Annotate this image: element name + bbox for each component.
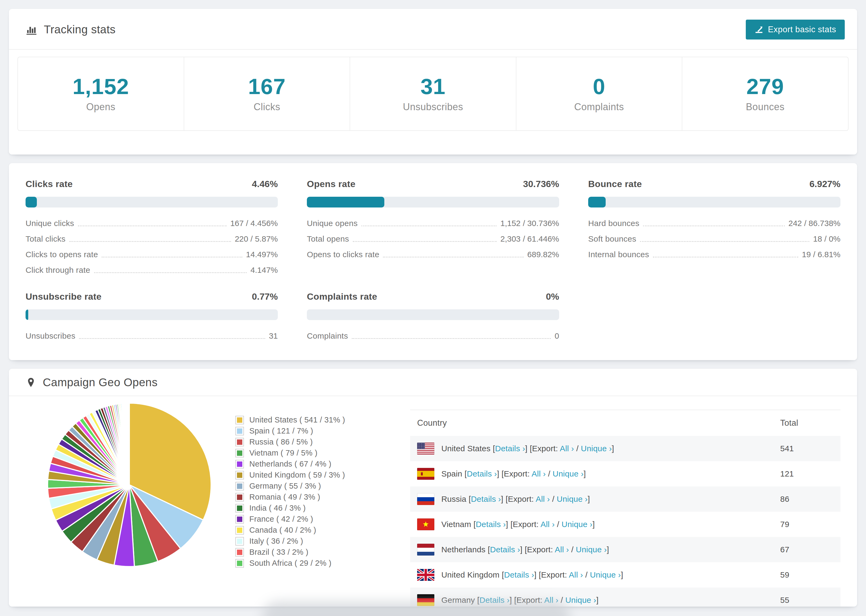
geo-table-row-gb: United Kingdom [Details ›] [Export: All … [410,562,841,588]
dotted-leader [78,225,227,226]
legend-label: India ( 46 / 3% ) [249,504,306,512]
stat-box-complaints: 0 Complaints [516,57,682,130]
details-link[interactable]: Details › [476,520,506,529]
export-unique-link[interactable]: Unique › [557,495,587,503]
rate-detail-row: Unique opens 1,152 / 30.736% [307,219,559,229]
stat-box-opens: 1,152 Opens [18,57,184,130]
export-unique-link[interactable]: Unique › [562,520,592,529]
legend-swatch [235,493,244,501]
export-basic-stats-button[interactable]: Export basic stats [746,20,845,39]
dotted-leader [643,225,784,226]
legend-label: Canada ( 40 / 2% ) [249,526,316,534]
export-all-link[interactable]: All › [560,444,574,453]
blurred-overlay-blob [262,602,570,616]
country-links: Spain [Details ›] [Export: All › / Uniqu… [441,469,586,478]
clicks-rate-block: Clicks rate 4.46% Unique clicks 167 / 4.… [25,179,278,281]
geo-table-row-es: Spain [Details ›] [Export: All › / Uniqu… [410,461,841,486]
unsubscribe-rate-block: Unsubscribe rate 0.77% Unsubscribes 31 [25,291,278,347]
geo-table-row-ru: Russia [Details ›] [Export: All › / Uniq… [410,486,841,512]
rate-row-value: 167 / 4.456% [230,219,278,229]
rate-detail-row: Opens to clicks rate 689.82% [307,250,559,260]
pie-legend: United States ( 541 / 31% ) Spain ( 121 … [235,415,410,569]
country-links: Netherlands [Details ›] [Export: All › /… [441,545,609,554]
stat-label: Complaints [516,101,682,113]
rate-row-label: Opens to clicks rate [307,250,379,260]
country-cell: Russia [Details ›] [Export: All › / Uniq… [417,493,773,505]
export-unique-link[interactable]: Unique › [553,469,584,478]
opens-rate-progress-bar [307,197,559,207]
export-all-link[interactable]: All › [555,545,569,554]
country-cell: United Kingdom [Details ›] [Export: All … [417,569,773,581]
export-unique-link[interactable]: Unique › [590,570,621,579]
rate-row-value: 220 / 5.87% [235,234,278,245]
details-link[interactable]: Details › [467,469,497,478]
geo-opens-title: Campaign Geo Opens [43,376,157,389]
legend-item: India ( 46 / 3% ) [235,503,410,514]
dotted-leader [353,241,497,242]
legend-label: Netherlands ( 67 / 4% ) [249,460,331,468]
legend-label: Spain ( 121 / 7% ) [249,426,313,435]
legend-swatch [235,537,244,545]
tracking-stats-card: Tracking stats Export basic stats 1,152 … [9,9,857,154]
export-unique-link[interactable]: Unique › [565,596,596,605]
rate-row-value: 4.147% [250,266,278,276]
export-all-link[interactable]: All › [536,495,550,503]
legend-item: Canada ( 40 / 2% ) [235,525,410,536]
country-links: Vietnam [Details ›] [Export: All › / Uni… [441,520,595,529]
rate-detail-row: Soft bounces 18 / 0% [588,234,841,245]
geo-table-row-vn: Vietnam [Details ›] [Export: All › / Uni… [410,512,841,537]
stat-label: Unsubscribes [350,101,516,113]
rate-detail-row: Internal bounces 19 / 6.81% [588,250,841,260]
export-unique-link[interactable]: Unique › [581,444,612,453]
stat-value: 167 [184,74,350,99]
dotted-leader [361,225,497,226]
stat-label: Opens [18,101,184,113]
export-all-link[interactable]: All › [540,520,555,529]
legend-swatch [235,471,244,479]
country-total: 541 [773,436,841,461]
rate-row-label: Soft bounces [588,234,636,245]
legend-label: Russia ( 86 / 5% ) [249,438,313,446]
legend-label: Romania ( 49 / 3% ) [249,493,320,501]
details-link[interactable]: Details › [471,495,501,503]
details-link[interactable]: Details › [504,570,534,579]
legend-swatch [235,526,244,534]
rate-detail-row: Clicks to opens rate 14.497% [25,250,278,260]
country-total: 86 [773,486,841,512]
country-total: 55 [773,588,841,607]
campaign-geo-opens-card: Campaign Geo Opens United States ( 541 /… [9,369,857,607]
complaints-rate-value: 0% [546,291,559,302]
details-link[interactable]: Details › [490,545,520,554]
rate-row-label: Total opens [307,234,349,245]
flag-gb [417,569,435,581]
stat-value: 0 [516,74,682,99]
rate-row-value: 242 / 86.738% [789,219,841,229]
rate-row-label: Unique opens [307,219,358,229]
rate-detail-row: Click through rate 4.147% [25,266,278,276]
details-link[interactable]: Details › [495,444,525,453]
legend-item: South Africa ( 29 / 2% ) [235,558,410,569]
dotted-leader [102,257,242,258]
rate-detail-row: Complaints 0 [307,332,559,342]
page-title: Tracking stats [44,23,116,36]
stat-box-bounces: 279 Bounces [682,57,848,130]
stat-value: 31 [350,74,516,99]
legend-swatch [235,460,244,468]
legend-label: United Kingdom ( 59 / 3% ) [249,471,345,479]
opens-rate-title: Opens rate [307,179,356,189]
legend-item: Brazil ( 33 / 2% ) [235,547,410,558]
dotted-leader [94,272,247,273]
rate-row-value: 19 / 6.81% [802,250,841,260]
country-total: 67 [773,537,841,562]
bounce-rate-block: Bounce rate 6.927% Hard bounces 242 / 86… [588,179,841,281]
export-all-link[interactable]: All › [532,469,546,478]
rate-row-label: Unique clicks [25,219,74,229]
export-unique-link[interactable]: Unique › [576,545,607,554]
legend-swatch [235,449,244,457]
legend-label: Vietnam ( 79 / 5% ) [249,449,317,457]
opens-rate-block: Opens rate 30.736% Unique opens 1,152 / … [307,179,559,281]
legend-label: South Africa ( 29 / 2% ) [249,559,331,567]
legend-item: France ( 42 / 2% ) [235,514,410,525]
legend-swatch [235,504,244,512]
export-all-link[interactable]: All › [569,570,583,579]
